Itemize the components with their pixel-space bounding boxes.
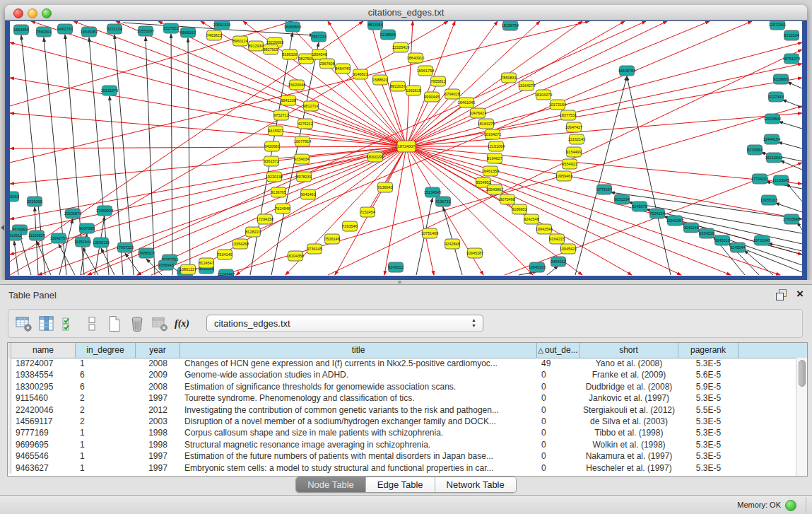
graph-node[interactable]: 18164279	[478, 119, 495, 129]
graph-node[interactable]: 9136731	[435, 197, 450, 206]
graph-node[interactable]: 9041463	[300, 189, 315, 199]
graph-node[interactable]: 13505115	[93, 238, 110, 247]
graph-node[interactable]: 15751074	[783, 54, 800, 64]
graph-node[interactable]: 1362615	[406, 86, 420, 95]
graph-node[interactable]: 9354216	[699, 228, 714, 238]
graph-node[interactable]: 10647427	[565, 122, 582, 132]
graph-node[interactable]: 9186952	[512, 204, 526, 214]
graph-node[interactable]: 9990445	[424, 92, 439, 102]
graph-node[interactable]: 17703545	[783, 214, 800, 224]
graph-node[interactable]: 12153045	[772, 175, 789, 185]
graph-node[interactable]: 9465033	[10, 192, 19, 201]
splitter-grip[interactable]	[398, 281, 401, 284]
graph-node[interactable]: 20331573	[101, 86, 118, 95]
graph-node[interactable]: 10942357	[666, 216, 683, 226]
graph-node[interactable]: 9356946	[158, 260, 173, 270]
graph-node[interactable]: 8186328	[282, 49, 297, 59]
graph-node[interactable]: 9734145	[307, 244, 322, 254]
graph-node[interactable]: 4275212	[298, 119, 312, 129]
graph-node[interactable]: 8912934	[248, 41, 263, 51]
graph-node[interactable]: 9454012	[551, 257, 565, 267]
column-header-in-degree[interactable]: in_degree	[76, 343, 136, 358]
select-rows-icon[interactable]	[59, 314, 78, 333]
graph-node[interactable]: 9136765	[271, 187, 286, 197]
table-row[interactable]: 911546021997Tourette syndrome. Phenomeno…	[8, 392, 796, 404]
table-row[interactable]: 946554611997Estimation of the future num…	[8, 450, 796, 462]
graph-node[interactable]: 7526148	[324, 234, 339, 244]
graph-node[interactable]: 18377531	[560, 110, 577, 120]
graph-node[interactable]: 21247447	[218, 269, 235, 276]
table-row[interactable]: 1872400712008Changes of HCN gene express…	[8, 358, 796, 369]
graph-node[interactable]: 16104279	[535, 90, 552, 100]
graph-node[interactable]: 10553287	[137, 26, 154, 36]
column-header-short[interactable]: short	[579, 343, 678, 358]
graph-node[interactable]: 13942757	[50, 233, 67, 243]
graph-node[interactable]: 15134545	[424, 187, 441, 197]
graph-node[interactable]: 9361572	[264, 156, 278, 166]
graph-node[interactable]: 9415927	[268, 126, 283, 136]
graph-node[interactable]: 10945287	[466, 248, 483, 258]
graph-node[interactable]: 7624548	[275, 204, 290, 214]
graph-node[interactable]: 10077914	[294, 136, 311, 146]
graph-node[interactable]: 10942546	[536, 224, 553, 234]
graph-node[interactable]: 9554921	[562, 159, 577, 169]
graph-node[interactable]: 12444154	[763, 134, 780, 144]
edit-columns-icon[interactable]	[37, 314, 56, 333]
graph-node[interactable]: 10945103	[529, 262, 546, 272]
table-row[interactable]: 2242004622012Investigating the contribut…	[8, 404, 796, 416]
graph-node[interactable]: 9164215	[549, 234, 564, 244]
graph-node[interactable]: 9154034	[294, 154, 309, 164]
graph-node[interactable]: 7152454	[360, 207, 375, 217]
graph-node[interactable]: 17294158	[257, 214, 273, 224]
graph-node[interactable]: 8822037	[390, 81, 405, 91]
graph-node[interactable]: 9031234	[614, 194, 629, 204]
destroy-table-icon[interactable]	[150, 314, 169, 333]
new-table-icon[interactable]	[105, 314, 124, 333]
graph-node[interactable]: 10945421	[560, 244, 577, 254]
graph-node[interactable]: 1854546	[312, 49, 326, 59]
graph-node[interactable]: 9812714	[303, 101, 318, 111]
column-header-year[interactable]: year	[136, 343, 180, 358]
graph-node[interactable]: 8960124	[233, 36, 247, 46]
graph-node[interactable]: 9752712	[273, 110, 288, 120]
graph-node[interactable]: 1588520	[372, 75, 387, 85]
graph-node[interactable]: 2526065	[27, 197, 42, 206]
table-row[interactable]: 1456911722003Disruption of a novel membe…	[8, 416, 796, 427]
table-row[interactable]: 1830029562008Estimation of significance …	[8, 381, 796, 392]
graph-node[interactable]: 23420046	[288, 80, 305, 90]
graph-node[interactable]: 9245310	[714, 235, 729, 245]
graph-node[interactable]: 9245012	[388, 262, 403, 272]
graph-node[interactable]: 10955103	[760, 195, 777, 205]
graph-node[interactable]: 10751468	[421, 228, 438, 238]
graph-node[interactable]: 7463822	[206, 30, 221, 40]
graph-node[interactable]: 18156754	[502, 21, 519, 30]
graph-node[interactable]: 10476427	[469, 108, 486, 118]
graph-node[interactable]: 9462733	[57, 24, 72, 34]
graph-node[interactable]: 9146821	[353, 69, 367, 79]
graph-node[interactable]: 1663384	[13, 25, 28, 35]
graph-node[interactable]: 6794028	[445, 89, 459, 99]
tab-node-table[interactable]: Node Table	[296, 477, 366, 492]
graph-node[interactable]: 18724007	[397, 141, 416, 152]
graph-node[interactable]: 3913911	[10, 230, 22, 240]
graph-node[interactable]: 8164627	[487, 153, 502, 163]
graph-node[interactable]: 17957223	[117, 243, 134, 252]
column-header-out-de-[interactable]: △out_de...	[537, 343, 579, 358]
graph-node[interactable]: 3221134	[107, 24, 122, 34]
graph-node[interactable]: 11451944	[74, 237, 91, 247]
function-builder-icon[interactable]: f(x)	[172, 314, 192, 333]
graph-node[interactable]: 16731045	[753, 235, 770, 245]
column-header-name[interactable]: name	[11, 343, 76, 358]
graph-node[interactable]: 9827505	[263, 45, 278, 54]
graph-node[interactable]: 10172154	[549, 100, 566, 110]
vertical-scrollbar[interactable]	[796, 358, 807, 476]
graph-node[interactable]: 12325419	[392, 42, 409, 52]
graph-node[interactable]: 8128220	[245, 227, 260, 237]
graph-node[interactable]: 17359928	[96, 206, 113, 216]
tab-network-table[interactable]: Network Table	[435, 477, 516, 492]
scrollbar-thumb[interactable]	[799, 360, 806, 387]
graph-node[interactable]: 9136642	[377, 182, 392, 192]
graph-node[interactable]: 9097588	[79, 223, 94, 233]
graph-node[interactable]: 11156829	[28, 230, 45, 240]
delete-rows-trash-icon[interactable]	[127, 314, 146, 333]
